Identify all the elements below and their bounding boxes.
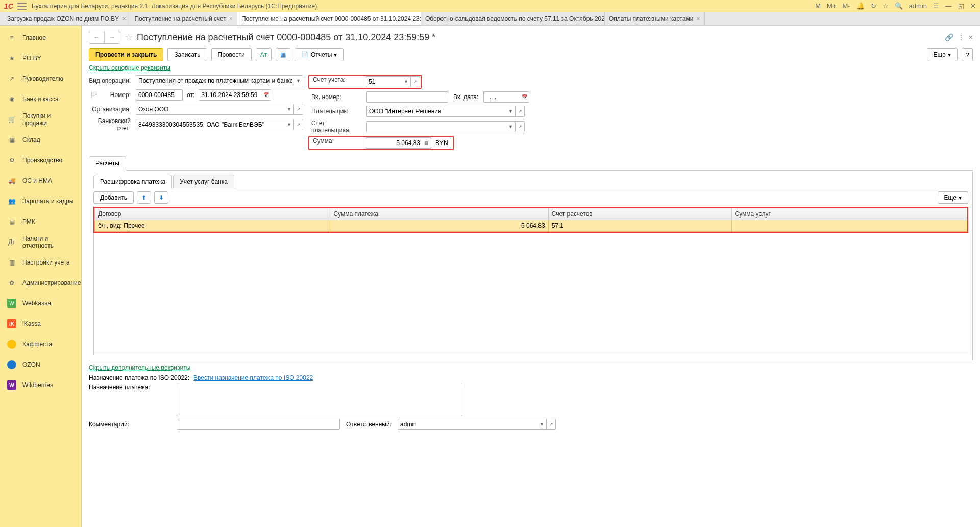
tab-payment-breakdown[interactable]: Расшифровка платежа (93, 175, 172, 188)
reports-button[interactable]: 📄 Отчеты ▾ (295, 48, 344, 61)
sidebar-item-webkassa[interactable]: WWebkassa (0, 293, 81, 314)
comment-field[interactable] (177, 419, 340, 430)
calendar-icon[interactable]: 📅 (520, 91, 529, 103)
sidebar-item-ozon[interactable]: OZON (0, 354, 81, 375)
sidebar-item-production[interactable]: ⚙Производство (0, 150, 81, 171)
in-number-field[interactable] (366, 91, 448, 103)
col-contract[interactable]: Договор (95, 208, 330, 220)
tab-close-icon[interactable]: × (697, 15, 700, 22)
dropdown-icon[interactable]: ▼ (285, 104, 294, 115)
cell-service-sum[interactable] (731, 220, 967, 232)
dropdown-icon[interactable]: ▼ (402, 76, 411, 87)
sidebar-item-admin[interactable]: ✿Администрирование (0, 273, 81, 293)
payer-field[interactable] (366, 106, 506, 117)
calc-mplus-button[interactable]: M+ (827, 2, 836, 10)
sidebar-item-settings[interactable]: ▥Настройки учета (0, 252, 81, 273)
sidebar-item-kaffesta[interactable]: Каффеста (0, 334, 81, 354)
history-icon[interactable]: ↻ (871, 2, 876, 10)
more-button[interactable]: Еще ▾ (927, 48, 958, 61)
tab-card-payments[interactable]: Оплаты платежными картами× (605, 12, 705, 25)
op-type-field[interactable] (136, 75, 294, 86)
grid-more-button[interactable]: Еще ▾ (938, 191, 968, 204)
favorite-icon[interactable]: ☆ (125, 32, 133, 43)
sidebar-item-poby[interactable]: ★PO.BY (0, 48, 81, 68)
link-icon[interactable]: 🔗 (945, 33, 953, 41)
bell-icon[interactable]: 🔔 (856, 2, 865, 10)
payer-acc-field[interactable] (366, 121, 506, 132)
help-button[interactable]: ? (962, 48, 973, 61)
sidebar-item-assets[interactable]: 🚚ОС и НМА (0, 171, 81, 191)
sidebar-item-main[interactable]: ≡Главное (0, 28, 81, 48)
user-label[interactable]: admin (909, 2, 927, 10)
nav-back-button[interactable]: ← (89, 31, 105, 43)
sidebar-item-taxes[interactable]: ДтНалоги и отчетность (0, 232, 81, 252)
sidebar-item-manager[interactable]: ↗Руководителю (0, 68, 81, 89)
sidebar-item-warehouse[interactable]: ▦Склад (0, 130, 81, 150)
more-icon[interactable]: ⋮ (958, 33, 965, 41)
tab-calculations[interactable]: Расчеты (89, 156, 126, 171)
move-down-button[interactable]: ⬇ (154, 191, 168, 204)
calendar-icon[interactable]: 📅 (262, 89, 271, 101)
post-and-close-button[interactable]: Провести и закрыть (89, 48, 163, 61)
settings-icon[interactable]: ☰ (933, 2, 939, 10)
search-icon[interactable]: 🔍 (895, 2, 903, 10)
cell-sum[interactable]: 5 064,83 (330, 220, 548, 232)
write-button[interactable]: Записать (167, 48, 207, 61)
tab-bank-services[interactable]: Учет услуг банка (173, 175, 234, 188)
nav-forward-button[interactable]: → (105, 31, 120, 43)
add-row-button[interactable]: Добавить (93, 191, 134, 204)
col-service-sum[interactable]: Сумма услуг (731, 208, 967, 220)
tab-receipt-1[interactable]: Поступление на расчетный счет× (130, 12, 237, 25)
tab-close-icon[interactable]: × (122, 15, 126, 22)
calc-mminus-button[interactable]: M- (842, 2, 850, 10)
open-icon[interactable]: ↗ (294, 104, 303, 115)
purpose-field[interactable] (177, 384, 462, 416)
minimize-icon[interactable]: — (945, 2, 952, 10)
sum-field[interactable] (366, 137, 422, 149)
iso-link[interactable]: Ввести назначение платежа по ISO 20022 (193, 374, 313, 381)
close-icon[interactable]: ✕ (970, 2, 976, 10)
sidebar-item-bank[interactable]: ◉Банк и касса (0, 89, 81, 109)
movements-button[interactable]: Ат (256, 48, 272, 61)
org-field[interactable] (136, 104, 285, 115)
sidebar-item-payroll[interactable]: 👥Зарплата и кадры (0, 191, 81, 211)
hide-main-requisites-link[interactable]: Скрыть основные реквизиты (89, 64, 170, 71)
account-field[interactable] (366, 76, 402, 87)
close-page-icon[interactable]: × (969, 33, 973, 41)
sidebar-item-rmk[interactable]: ▤РМК (0, 211, 81, 232)
dropdown-icon[interactable]: ▼ (537, 419, 547, 430)
col-sum[interactable]: Сумма платежа (330, 208, 548, 220)
tab-close-icon[interactable]: × (229, 15, 233, 22)
star-icon[interactable]: ☆ (883, 2, 889, 10)
grid-row[interactable]: б/н, вид: Прочее 5 064,83 57.1 (95, 220, 967, 232)
tab-turnover[interactable]: Оборотно-сальдовая ведомость по счету 57… (421, 12, 605, 25)
dropdown-icon[interactable]: ▼ (506, 121, 516, 132)
create-based-button[interactable]: ▦ (276, 48, 290, 61)
number-field[interactable] (136, 89, 183, 101)
hide-additional-link[interactable]: Скрыть дополнительные реквизиты (89, 364, 190, 371)
open-icon[interactable]: ↗ (547, 419, 556, 430)
grid-empty-area[interactable] (93, 233, 968, 355)
responsible-field[interactable] (398, 419, 537, 430)
open-icon[interactable]: ↗ (516, 106, 525, 117)
move-up-button[interactable]: ⬆ (137, 191, 151, 204)
date-field[interactable] (199, 89, 262, 101)
post-button[interactable]: Провести (211, 48, 252, 61)
bank-field[interactable] (136, 119, 285, 130)
col-account[interactable]: Счет расчетов (548, 208, 731, 220)
open-icon[interactable]: ↗ (411, 76, 420, 87)
cell-contract[interactable]: б/н, вид: Прочее (95, 220, 330, 232)
main-menu-icon[interactable] (17, 3, 27, 10)
calc-m-button[interactable]: M (815, 2, 821, 10)
calc-icon[interactable]: ▦ (422, 137, 431, 149)
cell-account[interactable]: 57.1 (548, 220, 731, 232)
dropdown-icon[interactable]: ▼ (506, 106, 516, 117)
open-icon[interactable]: ↗ (516, 121, 525, 132)
tab-receipt-485[interactable]: Поступление на расчетный счет 0000-00048… (237, 12, 421, 25)
sidebar-item-wildberries[interactable]: WWildberries (0, 375, 81, 395)
dropdown-icon[interactable]: ▼ (294, 75, 303, 86)
open-icon[interactable]: ↗ (294, 119, 303, 130)
tab-ozon-load[interactable]: Загрузка продаж OZON по дням PO.BY× (3, 12, 130, 25)
in-date-field[interactable] (483, 91, 520, 103)
maximize-icon[interactable]: ◱ (958, 2, 964, 10)
